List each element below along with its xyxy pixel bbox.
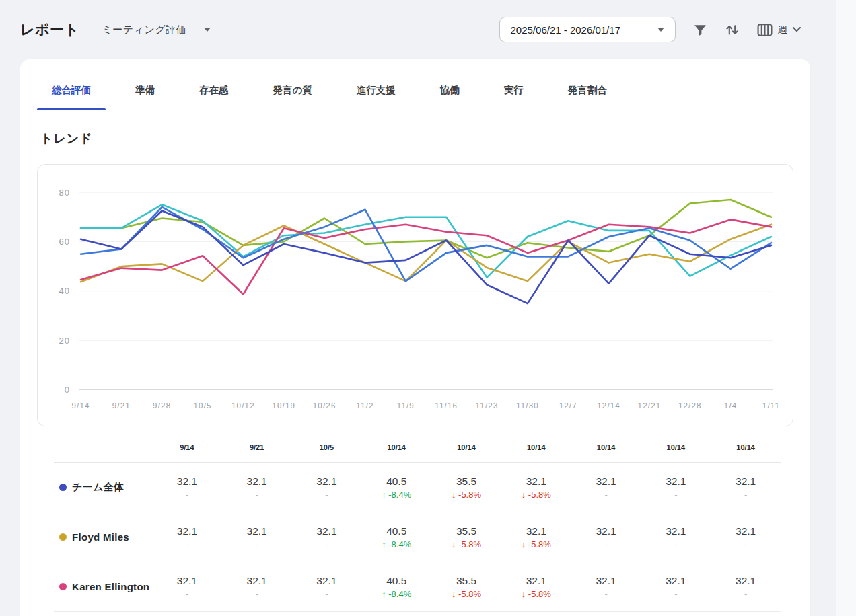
x-axis-tick: 9/14	[71, 401, 90, 410]
table-row: チーム全体32.1-32.1-32.1-40.5↑ -8.4%35.5↓ -5.…	[54, 463, 781, 512]
cell-value: 40.5	[361, 525, 431, 537]
tab-collaboration[interactable]: 協働	[425, 83, 474, 110]
value-cell: 32.1-	[222, 475, 292, 500]
legend-item[interactable]: Floyd Miles	[54, 531, 152, 543]
tab-overall[interactable]: 総合評価	[37, 83, 106, 110]
cell-delta: ↓ -5.8%	[501, 589, 571, 599]
row-name: Karen Ellington	[72, 581, 149, 592]
cell-value: 32.1	[292, 575, 362, 587]
topbar: レポート ミーティング評価 2025/06/21 - 2026/01/17 週	[0, 0, 856, 59]
value-cell: 32.1-	[152, 575, 222, 599]
value-cell: 32.1↓ -5.8%	[501, 575, 571, 599]
x-axis-tick: 11/16	[435, 401, 458, 410]
table-header-row: 9/149/2110/510/1410/1410/1410/1410/1410/…	[54, 432, 781, 463]
cell-delta: ↓ -5.8%	[501, 490, 571, 500]
x-axis-tick: 10/12	[231, 401, 255, 410]
x-axis-tick: 11/9	[397, 401, 415, 410]
cell-value: 32.1	[641, 575, 711, 587]
cell-value: 35.5	[431, 475, 501, 488]
cell-delta-empty: -	[641, 589, 711, 599]
cell-value: 32.1	[571, 475, 641, 488]
y-axis-tick: 0	[65, 385, 70, 395]
row-name: チーム全体	[72, 481, 124, 494]
cell-value: 32.1	[501, 525, 571, 537]
column-header: 10/14	[641, 443, 711, 451]
cell-value: 35.5	[431, 575, 501, 587]
y-axis-tick: 60	[59, 237, 70, 247]
chevron-down-icon	[657, 28, 664, 32]
cell-value: 32.1	[571, 575, 641, 587]
cell-delta-empty: -	[222, 539, 292, 549]
column-header: 10/14	[711, 443, 781, 451]
x-axis-tick: 11/23	[476, 401, 499, 410]
column-header: 9/14	[152, 443, 222, 451]
tab-speech-ratio[interactable]: 発言割合	[553, 83, 622, 110]
cell-delta: ↓ -5.8%	[431, 490, 501, 500]
value-cell: 32.1-	[292, 575, 362, 599]
x-axis-tick: 10/19	[272, 401, 295, 410]
trend-chart: 8060402009/149/219/2810/510/1210/1910/26…	[37, 164, 793, 426]
cell-delta-empty: -	[641, 490, 711, 500]
column-header: 9/21	[222, 443, 292, 451]
cell-value: 32.1	[222, 475, 292, 488]
legend-item[interactable]: Karen Ellington	[54, 581, 152, 592]
value-cell: 40.5↑ -8.4%	[361, 525, 431, 549]
trend-table: 9/149/2110/510/1410/1410/1410/1410/1410/…	[54, 432, 781, 612]
value-cell: 32.1-	[152, 525, 222, 549]
cell-value: 40.5	[361, 475, 431, 488]
cell-delta-empty: -	[711, 589, 781, 599]
columns-icon	[757, 23, 773, 37]
date-range-value: 2025/06/21 - 2026/01/17	[511, 24, 620, 36]
chevron-down-icon	[204, 28, 211, 32]
legend-dot-icon	[59, 484, 67, 491]
cell-value: 32.1	[292, 525, 362, 537]
value-cell: 32.1-	[711, 475, 781, 500]
chevron-down-icon	[793, 27, 801, 32]
value-cell: 32.1-	[571, 475, 641, 500]
x-axis-tick: 12/7	[559, 401, 577, 410]
value-cell: 32.1-	[571, 525, 641, 549]
legend-dot-icon	[59, 583, 67, 590]
cell-value: 32.1	[501, 575, 571, 587]
value-cell: 35.5↓ -5.8%	[431, 575, 501, 599]
tab-facilitation[interactable]: 進行支援	[342, 83, 411, 110]
cell-value: 35.5	[431, 525, 501, 537]
value-cell: 32.1-	[152, 475, 222, 500]
scrollbar-track[interactable]	[836, 0, 856, 616]
cell-delta-empty: -	[292, 539, 362, 549]
x-axis-tick: 11/30	[516, 401, 539, 410]
cell-delta-empty: -	[222, 589, 292, 599]
cell-value: 32.1	[711, 525, 781, 537]
tab-preparation[interactable]: 準備	[120, 83, 170, 110]
x-axis-tick: 9/21	[112, 401, 131, 410]
cell-delta-empty: -	[222, 490, 292, 500]
value-cell: 32.1-	[711, 575, 781, 599]
cell-delta-empty: -	[292, 490, 362, 500]
cell-value: 32.1	[711, 575, 781, 587]
report-card: 総合評価準備存在感発言の質進行支援協働実行発言割合 トレンド 806040200…	[20, 59, 810, 616]
value-cell: 32.1-	[711, 525, 781, 549]
tab-bar: 総合評価準備存在感発言の質進行支援協働実行発言割合	[37, 59, 793, 110]
column-header: 10/14	[571, 443, 641, 451]
report-type-selector[interactable]: ミーティング評価	[102, 24, 211, 36]
value-cell: 40.5↑ -8.4%	[361, 575, 431, 599]
cell-value: 32.1	[641, 525, 711, 537]
cell-value: 32.1	[711, 475, 781, 488]
legend-item[interactable]: チーム全体	[54, 481, 152, 494]
cell-value: 32.1	[222, 525, 292, 537]
date-range-picker[interactable]: 2025/06/21 - 2026/01/17	[499, 17, 676, 42]
filter-icon[interactable]	[693, 23, 707, 37]
report-type-label: ミーティング評価	[102, 24, 186, 36]
granularity-selector[interactable]: 週	[757, 23, 801, 37]
granularity-label: 週	[778, 24, 788, 36]
column-header: 10/14	[431, 443, 501, 451]
tab-execution[interactable]: 実行	[489, 83, 538, 110]
sort-icon[interactable]	[725, 23, 740, 37]
tab-speech-quality[interactable]: 発言の質	[258, 83, 327, 110]
cell-delta-empty: -	[571, 589, 641, 599]
cell-value: 32.1	[222, 575, 292, 587]
x-axis-tick: 12/28	[678, 401, 702, 410]
tab-presence[interactable]: 存在感	[184, 83, 244, 110]
cell-delta-empty: -	[571, 539, 641, 549]
row-name: Floyd Miles	[72, 531, 129, 543]
